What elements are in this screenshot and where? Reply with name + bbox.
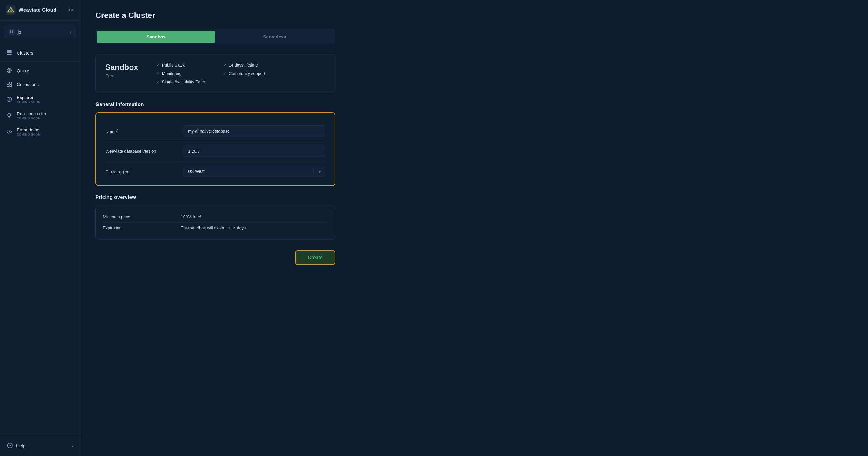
form-label-region: Cloud region* — [105, 169, 184, 174]
svg-line-21 — [9, 130, 10, 133]
svg-rect-9 — [7, 54, 12, 55]
help-label: Help — [16, 443, 26, 448]
sandbox-features: ✓ Public Slack ✓ Monitoring ✓ Single Ava… — [156, 63, 265, 84]
nav-divider-1 — [0, 61, 81, 62]
sidebar-item-explorer-label: Explorer — [17, 95, 34, 100]
create-btn-row: Create — [95, 250, 335, 265]
sidebar-item-explorer[interactable]: Explorer COMING SOON — [0, 91, 81, 108]
svg-rect-4 — [12, 30, 13, 31]
feature-community-support: ✓ Community support — [223, 71, 265, 76]
org-chevron-icon: ⌄ — [69, 30, 72, 34]
tab-switcher: Sandbox Serverless — [95, 29, 335, 44]
sidebar-item-recommender-label: Recommender — [17, 111, 46, 116]
logo-area: Weaviate Cloud — [6, 5, 56, 15]
check-icon-4: ✓ — [223, 63, 226, 67]
collapse-sidebar-button[interactable]: << — [67, 6, 75, 14]
feature-availability-zone: ✓ Single Availability Zone — [156, 80, 205, 84]
check-icon-5: ✓ — [223, 71, 226, 76]
sidebar-header: Weaviate Cloud << — [0, 0, 81, 21]
sidebar-item-embedding[interactable]: Embedding COMING SOON — [0, 124, 81, 140]
app-name: Weaviate Cloud — [19, 7, 56, 13]
svg-text:?: ? — [9, 444, 11, 448]
sidebar-item-explorer-sub: COMING SOON — [17, 100, 40, 104]
svg-rect-16 — [9, 85, 12, 87]
org-selector[interactable]: jp ⌄ — [4, 26, 76, 38]
feature-lifetime: ✓ 14 days lifetime — [223, 63, 265, 67]
pricing-box: Minimum price 100% free! Expiration This… — [95, 205, 335, 240]
sandbox-info-box: Sandbox Free ✓ Public Slack ✓ Monitoring… — [95, 54, 335, 93]
sandbox-plan-price: Free — [105, 73, 138, 78]
form-row-version: Weaviate database version — [105, 141, 325, 161]
svg-rect-8 — [7, 52, 12, 53]
pricing-value-minimum: 100% free! — [181, 214, 201, 219]
target-icon — [6, 67, 12, 74]
version-input[interactable] — [184, 146, 325, 157]
weaviate-logo-icon — [6, 5, 16, 15]
form-label-name: Name* — [105, 128, 184, 134]
layers-icon — [6, 50, 12, 56]
feature-community-support-text: Community support — [229, 71, 265, 76]
feature-lifetime-text: 14 days lifetime — [229, 63, 258, 67]
create-button[interactable]: Create — [295, 250, 335, 265]
grid-icon — [6, 81, 12, 88]
pricing-section-label: Pricing overview — [95, 194, 854, 201]
feature-availability-zone-text: Single Availability Zone — [162, 80, 205, 84]
svg-rect-13 — [7, 82, 9, 84]
sidebar-item-embedding-label: Embedding — [17, 127, 39, 132]
code-icon — [6, 128, 12, 135]
pricing-value-expiration: This sandbox will expire in 14 days. — [181, 225, 247, 231]
name-input[interactable] — [184, 125, 325, 137]
pricing-row-minimum: Minimum price 100% free! — [103, 212, 328, 222]
main-content: Create a Cluster Sandbox Serverless Sand… — [81, 0, 868, 456]
org-icon — [9, 29, 15, 35]
help-chevron-icon: ⌄ — [71, 444, 74, 448]
check-icon-2: ✓ — [156, 71, 160, 76]
sidebar-item-clusters-label: Clusters — [17, 51, 33, 56]
sidebar-nav: Clusters Query Collections Explorer COMI… — [0, 43, 81, 435]
sandbox-plan-name: Sandbox — [105, 63, 138, 72]
bulb-icon — [6, 112, 12, 119]
svg-point-12 — [9, 70, 9, 71]
sidebar: Weaviate Cloud << jp ⌄ Clusters Query — [0, 0, 81, 456]
help-item[interactable]: ? Help ⌄ — [4, 439, 76, 452]
sidebar-item-query-label: Query — [17, 68, 29, 73]
tab-serverless-button[interactable]: Serverless — [215, 31, 334, 43]
svg-rect-14 — [9, 82, 12, 84]
features-col-1: ✓ Public Slack ✓ Monitoring ✓ Single Ava… — [156, 63, 205, 84]
sidebar-item-recommender[interactable]: Recommender COMING SOON — [0, 108, 81, 124]
check-icon-3: ✓ — [156, 80, 160, 84]
sandbox-title-block: Sandbox Free — [105, 63, 138, 78]
tab-sandbox-button[interactable]: Sandbox — [97, 31, 215, 43]
pricing-row-expiration: Expiration This sandbox will expire in 1… — [103, 222, 328, 234]
feature-monitoring: ✓ Monitoring — [156, 71, 205, 76]
sidebar-item-embedding-sub: COMING SOON — [17, 133, 40, 136]
general-info-section-label: General information — [95, 101, 854, 108]
region-select[interactable]: US West US East EU West — [184, 165, 325, 177]
svg-rect-5 — [10, 32, 11, 33]
svg-rect-15 — [7, 85, 9, 87]
general-info-box: Name* Weaviate database version Cloud re… — [95, 112, 335, 186]
compass-icon — [6, 96, 12, 102]
svg-rect-6 — [12, 32, 13, 33]
sidebar-item-collections-label: Collections — [17, 82, 39, 87]
feature-public-slack: ✓ Public Slack — [156, 63, 205, 67]
sidebar-item-recommender-sub: COMING SOON — [17, 117, 46, 120]
svg-rect-3 — [10, 30, 11, 31]
org-name: jp — [18, 29, 21, 34]
form-row-name: Name* — [105, 121, 325, 141]
svg-rect-7 — [7, 51, 12, 52]
form-row-region: Cloud region* US West US East EU West ▾ — [105, 161, 325, 177]
page-title: Create a Cluster — [95, 11, 854, 20]
select-divider — [313, 168, 314, 175]
svg-marker-18 — [8, 98, 10, 100]
pricing-label-expiration: Expiration — [103, 225, 181, 231]
sidebar-item-clusters[interactable]: Clusters — [0, 46, 81, 60]
sidebar-item-query[interactable]: Query — [0, 64, 81, 78]
help-icon: ? — [7, 442, 13, 449]
sidebar-item-collections[interactable]: Collections — [0, 78, 81, 91]
features-col-2: ✓ 14 days lifetime ✓ Community support — [223, 63, 265, 84]
form-label-version: Weaviate database version — [105, 149, 184, 154]
feature-public-slack-link[interactable]: Public Slack — [162, 63, 185, 67]
feature-monitoring-text: Monitoring — [162, 71, 182, 76]
sidebar-footer: ? Help ⌄ — [0, 435, 81, 456]
